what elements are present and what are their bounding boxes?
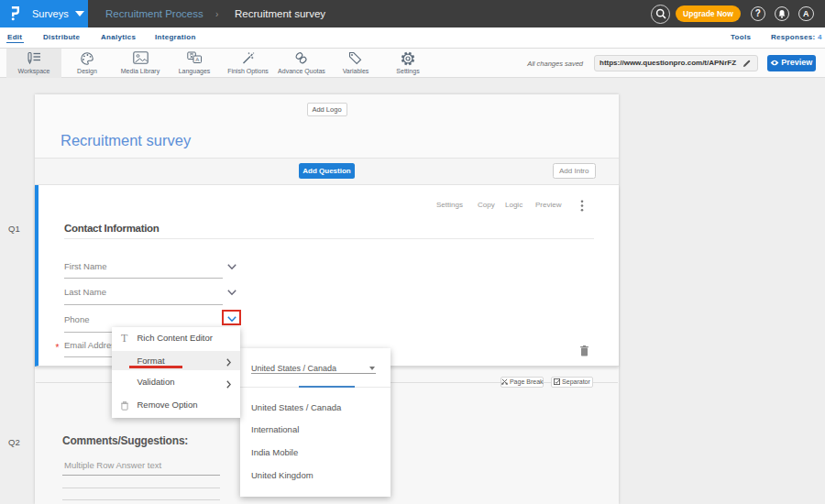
svg-text:T: T — [121, 333, 128, 344]
svg-text:A: A — [195, 57, 199, 62]
